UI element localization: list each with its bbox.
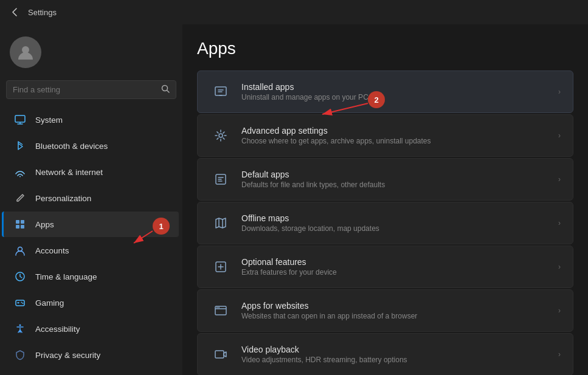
card-title-default-apps: Default apps bbox=[241, 170, 558, 179]
search-input[interactable] bbox=[13, 85, 156, 94]
svg-rect-3 bbox=[15, 115, 25, 122]
offline-maps-icon bbox=[210, 212, 232, 234]
personalization-icon bbox=[13, 191, 27, 205]
titlebar-title: Settings bbox=[28, 8, 57, 17]
advanced-app-settings-icon bbox=[210, 125, 232, 146]
sidebar-item-label: Personalization bbox=[35, 194, 91, 203]
apps-for-websites-icon bbox=[210, 300, 232, 322]
network-icon bbox=[13, 165, 27, 179]
gaming-icon bbox=[13, 296, 27, 309]
card-text-default-apps: Default apps Defaults for file and link … bbox=[241, 170, 558, 189]
sidebar-item-label: Accessibility bbox=[35, 325, 80, 334]
privacy-icon bbox=[13, 348, 27, 362]
card-arrow-video-playback: › bbox=[558, 350, 561, 359]
sidebar-item-bluetooth[interactable]: Bluetooth & devices bbox=[4, 133, 179, 159]
sidebar-item-system[interactable]: System bbox=[4, 107, 179, 132]
settings-card-video-playback[interactable]: Video playback Video adjustments, HDR st… bbox=[197, 333, 573, 375]
search-container bbox=[0, 78, 182, 106]
svg-point-16 bbox=[21, 302, 22, 303]
sidebar-item-accessibility[interactable]: Accessibility bbox=[4, 316, 179, 342]
card-arrow-default-apps: › bbox=[558, 175, 561, 184]
card-text-optional-features: Optional features Extra features for you… bbox=[241, 257, 558, 277]
avatar[interactable] bbox=[10, 36, 41, 68]
card-desc-optional-features: Extra features for your device bbox=[241, 268, 558, 277]
svg-point-23 bbox=[219, 134, 223, 137]
settings-card-default-apps[interactable]: Default apps Defaults for file and link … bbox=[197, 158, 573, 201]
sidebar-item-label: Accounts bbox=[35, 246, 69, 255]
sidebar-item-apps[interactable]: Apps bbox=[2, 212, 179, 237]
svg-rect-7 bbox=[16, 220, 19, 224]
card-arrow-optional-features: › bbox=[558, 263, 561, 271]
card-text-apps-for-websites: Apps for websites Websites that can open… bbox=[241, 301, 558, 320]
svg-point-32 bbox=[216, 307, 218, 308]
sidebar-item-network[interactable]: Network & internet bbox=[4, 159, 179, 185]
card-title-advanced-app-settings: Advanced app settings bbox=[241, 126, 558, 136]
svg-line-2 bbox=[167, 91, 170, 93]
video-playback-icon bbox=[210, 343, 232, 365]
optional-features-icon bbox=[210, 256, 232, 278]
card-arrow-apps-for-websites: › bbox=[558, 306, 561, 315]
svg-rect-34 bbox=[215, 351, 224, 358]
content-area: Apps Installed apps Uninstall and manage… bbox=[182, 24, 588, 375]
card-desc-apps-for-websites: Websites that can open in an app instead… bbox=[241, 312, 558, 320]
sidebar-item-time[interactable]: Time & language bbox=[4, 264, 179, 289]
card-desc-offline-maps: Downloads, storage location, map updates bbox=[241, 224, 558, 233]
settings-card-apps-for-websites[interactable]: Apps for websites Websites that can open… bbox=[197, 289, 573, 332]
apps-icon bbox=[13, 218, 27, 231]
svg-point-18 bbox=[19, 325, 21, 326]
card-text-offline-maps: Offline maps Downloads, storage location… bbox=[241, 213, 558, 233]
sidebar: System Bluetooth & devices Network & int… bbox=[0, 24, 182, 375]
sidebar-item-update[interactable]: Windows Update bbox=[4, 368, 179, 375]
nav-list: System Bluetooth & devices Network & int… bbox=[0, 106, 182, 375]
settings-card-optional-features[interactable]: Optional features Extra features for you… bbox=[197, 246, 573, 288]
svg-rect-19 bbox=[215, 87, 226, 95]
accounts-icon bbox=[13, 244, 27, 257]
main-layout: System Bluetooth & devices Network & int… bbox=[0, 24, 588, 375]
sidebar-item-label: Gaming bbox=[35, 298, 64, 308]
sidebar-item-personalization[interactable]: Personalization bbox=[4, 185, 179, 211]
card-title-video-playback: Video playback bbox=[241, 345, 558, 354]
card-arrow-offline-maps: › bbox=[558, 219, 561, 227]
back-button[interactable] bbox=[7, 5, 22, 19]
sidebar-item-label: Privacy & security bbox=[35, 351, 100, 360]
accessibility-icon bbox=[13, 322, 27, 335]
card-arrow-installed-apps: › bbox=[558, 88, 561, 96]
svg-point-33 bbox=[218, 307, 220, 308]
card-title-optional-features: Optional features bbox=[241, 257, 558, 267]
card-text-video-playback: Video playback Video adjustments, HDR st… bbox=[241, 345, 558, 364]
time-icon bbox=[13, 270, 27, 283]
svg-point-6 bbox=[19, 176, 21, 177]
settings-list: Installed apps Uninstall and manage apps… bbox=[197, 71, 573, 375]
page-title: Apps bbox=[197, 39, 573, 58]
card-text-installed-apps: Installed apps Uninstall and manage apps… bbox=[241, 82, 558, 101]
card-desc-advanced-app-settings: Choose where to get apps, archive apps, … bbox=[241, 137, 558, 145]
card-arrow-advanced-app-settings: › bbox=[558, 131, 561, 140]
sidebar-item-label: Bluetooth & devices bbox=[35, 142, 108, 151]
card-desc-installed-apps: Uninstall and manage apps on your PC bbox=[241, 93, 558, 101]
sidebar-item-privacy[interactable]: Privacy & security bbox=[4, 342, 179, 368]
avatar-area bbox=[0, 24, 182, 78]
sidebar-item-accounts[interactable]: Accounts bbox=[4, 238, 179, 263]
card-title-apps-for-websites: Apps for websites bbox=[241, 301, 558, 311]
sidebar-item-label: Network & internet bbox=[35, 168, 103, 177]
installed-apps-icon bbox=[210, 81, 232, 103]
card-text-advanced-app-settings: Advanced app settings Choose where to ge… bbox=[241, 126, 558, 145]
card-desc-default-apps: Defaults for file and link types, other … bbox=[241, 181, 558, 189]
bluetooth-icon bbox=[13, 139, 27, 153]
default-apps-icon bbox=[210, 168, 232, 190]
sidebar-item-label: System bbox=[35, 115, 63, 125]
svg-rect-9 bbox=[16, 225, 19, 229]
card-title-offline-maps: Offline maps bbox=[241, 213, 558, 223]
sidebar-item-label: Time & language bbox=[35, 272, 97, 281]
card-desc-video-playback: Video adjustments, HDR streaming, batter… bbox=[241, 356, 558, 364]
search-box[interactable] bbox=[6, 80, 176, 99]
settings-card-offline-maps[interactable]: Offline maps Downloads, storage location… bbox=[197, 202, 573, 244]
card-title-installed-apps: Installed apps bbox=[241, 82, 558, 92]
sidebar-item-label: Apps bbox=[35, 220, 54, 229]
sidebar-item-gaming[interactable]: Gaming bbox=[4, 290, 179, 315]
titlebar: Settings bbox=[0, 0, 588, 24]
svg-rect-8 bbox=[21, 220, 24, 224]
settings-card-advanced-app-settings[interactable]: Advanced app settings Choose where to ge… bbox=[197, 114, 573, 157]
svg-rect-10 bbox=[21, 225, 24, 229]
settings-card-installed-apps[interactable]: Installed apps Uninstall and manage apps… bbox=[197, 71, 573, 113]
